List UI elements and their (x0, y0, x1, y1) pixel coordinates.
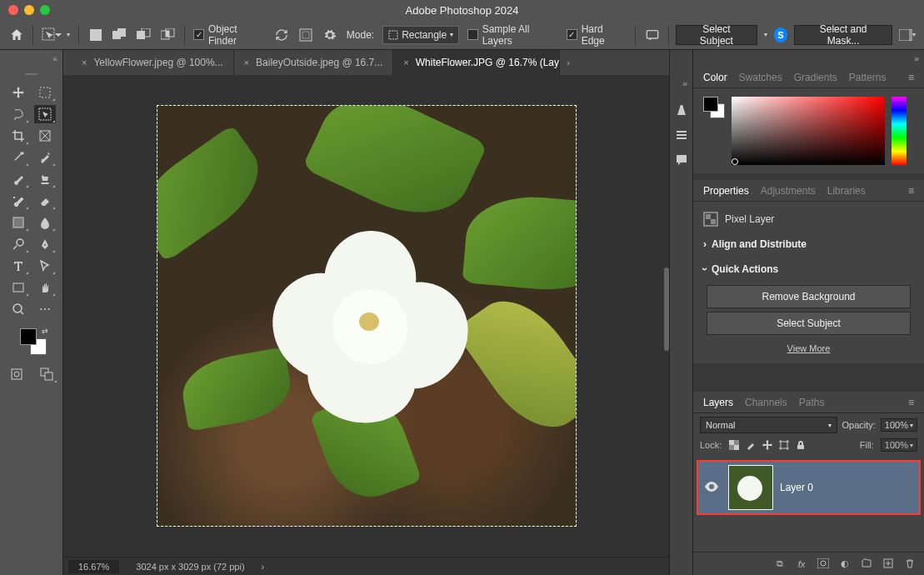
eraser-tool-icon[interactable] (34, 192, 56, 210)
edit-toolbar-icon[interactable]: ⋯ (34, 300, 56, 318)
comments-panel-icon[interactable] (675, 153, 688, 167)
home-button[interactable] (8, 27, 24, 43)
layer-name[interactable]: Layer 0 (780, 482, 813, 493)
rectangle-shape-tool-icon[interactable] (7, 278, 29, 297)
foreground-background-swatch[interactable]: ⇄ (15, 327, 48, 357)
marquee-tool-icon[interactable] (34, 83, 56, 102)
healing-brush-tool-icon[interactable] (34, 148, 56, 167)
frame-tool-icon[interactable] (34, 127, 56, 145)
panel-toggle-icon[interactable]: ▾ (899, 27, 916, 43)
object-finder-checkbox[interactable]: Object Finder (193, 23, 265, 47)
brush-tool-icon[interactable] (7, 170, 29, 188)
subtract-selection-icon[interactable] (136, 27, 152, 43)
tools-collapse-icon[interactable]: « (52, 53, 57, 63)
gradient-tool-icon[interactable] (7, 213, 29, 232)
hue-slider[interactable] (892, 97, 907, 165)
blend-mode-select[interactable]: Normal ▾ (700, 417, 837, 433)
remove-background-button[interactable]: Remove Background (707, 285, 911, 308)
blur-tool-icon[interactable] (34, 213, 56, 232)
color-field[interactable] (732, 97, 885, 165)
swap-colors-icon[interactable]: ⇄ (42, 327, 48, 335)
panel-menu-icon[interactable]: ≡ (908, 72, 914, 83)
move-tool-icon[interactable] (7, 83, 29, 102)
tab-overflow-icon[interactable]: › (560, 50, 577, 75)
lock-transparency-icon[interactable] (728, 439, 740, 451)
view-more-link[interactable]: View More (693, 338, 924, 358)
select-subject-button-panel[interactable]: Select Subject (707, 312, 911, 335)
dodge-tool-icon[interactable] (7, 235, 29, 253)
close-tab-icon[interactable]: × (403, 58, 408, 68)
object-selection-tool-icon[interactable] (34, 105, 56, 123)
zoom-tool-icon[interactable] (7, 300, 29, 318)
group-layers-icon[interactable] (861, 558, 872, 570)
color-swatch-pair[interactable] (703, 97, 725, 118)
canvas-document[interactable] (157, 105, 577, 527)
select-and-mask-button[interactable]: Select and Mask... (794, 25, 892, 45)
canvas-viewport[interactable] (63, 75, 669, 557)
select-subject-dropdown-icon[interactable]: ▾ (764, 31, 767, 38)
mode-select[interactable]: Rectangle ▾ (382, 26, 459, 44)
foreground-color-swatch[interactable] (20, 328, 37, 345)
new-layer-icon[interactable] (882, 558, 894, 570)
tool-preset-picker[interactable]: ▾ (42, 27, 70, 43)
hard-edge-checkbox[interactable]: Hard Edge (567, 23, 627, 47)
panel-menu-icon[interactable]: ≡ (908, 397, 914, 408)
document-dimensions[interactable]: 3024 px x 3029 px (72 ppi) (136, 562, 244, 572)
settings-gear-icon[interactable] (322, 27, 338, 43)
visibility-eye-icon[interactable] (705, 482, 718, 493)
tab-white-flower[interactable]: × WhiteFlower.JPG @ 16.7% (Layer 0, RGB/… (393, 50, 560, 75)
tab-color[interactable]: Color (703, 72, 727, 83)
layer-thumbnail[interactable] (728, 465, 773, 510)
clone-stamp-tool-icon[interactable] (34, 170, 56, 188)
tab-patterns[interactable]: Patterns (849, 72, 887, 83)
layer-row[interactable]: Layer 0 (697, 460, 921, 515)
select-subject-button[interactable]: Select Subject (676, 25, 757, 45)
add-selection-icon[interactable] (112, 27, 127, 43)
window-maximize-button[interactable] (40, 5, 50, 15)
lock-artboard-icon[interactable] (778, 439, 790, 451)
pen-tool-icon[interactable] (34, 235, 56, 253)
panels-collapse-icon[interactable]: » (914, 53, 919, 63)
lock-all-icon[interactable] (795, 439, 807, 451)
tab-swatches[interactable]: Swatches (739, 72, 782, 83)
link-layers-icon[interactable]: ⧉ (774, 558, 786, 569)
strip-collapse-icon[interactable]: » (682, 78, 687, 88)
tab-channels[interactable]: Channels (745, 397, 787, 408)
tab-properties[interactable]: Properties (703, 185, 749, 197)
quick-mask-icon[interactable] (6, 365, 27, 383)
lock-position-icon[interactable] (762, 439, 773, 451)
history-panel-icon[interactable] (675, 128, 688, 142)
fill-input[interactable]: 100%▾ (881, 438, 917, 452)
tab-adjustments[interactable]: Adjustments (761, 185, 816, 197)
tab-paths[interactable]: Paths (799, 397, 825, 408)
layer-fx-icon[interactable]: fx (796, 559, 807, 569)
path-selection-tool-icon[interactable] (34, 257, 56, 275)
brushes-panel-icon[interactable] (675, 103, 688, 117)
crop-tool-icon[interactable] (7, 127, 29, 145)
tab-bailey-outside[interactable]: × BaileyOutside.jpeg @ 16.7... (234, 50, 394, 75)
screen-mode-icon[interactable] (36, 365, 57, 383)
refresh-icon[interactable] (273, 27, 289, 43)
history-brush-tool-icon[interactable] (7, 192, 29, 210)
layer-mask-icon[interactable] (817, 558, 829, 570)
overlay-options-icon[interactable] (298, 27, 314, 43)
adjustment-layer-icon[interactable]: ◐ (839, 558, 851, 569)
panel-menu-icon[interactable]: ≡ (908, 185, 914, 197)
type-tool-icon[interactable] (7, 257, 29, 275)
feedback-icon[interactable] (644, 27, 660, 43)
align-accordion[interactable]: › Align and Distribute (693, 232, 924, 257)
hand-tool-icon[interactable] (34, 278, 56, 297)
delete-layer-icon[interactable] (904, 558, 916, 570)
quick-actions-accordion[interactable]: › Quick Actions (693, 257, 924, 282)
zoom-level[interactable]: 16.67% (68, 560, 119, 573)
tools-drag-handle[interactable]: ┅┅┅ (25, 67, 37, 82)
sample-all-layers-checkbox[interactable]: Sample All Layers (467, 23, 558, 47)
intersect-selection-icon[interactable] (160, 27, 176, 43)
close-tab-icon[interactable]: × (244, 58, 249, 68)
tab-libraries[interactable]: Libraries (827, 185, 866, 197)
contextual-badge[interactable]: S (774, 28, 788, 42)
window-minimize-button[interactable] (24, 5, 34, 15)
window-close-button[interactable] (8, 5, 18, 15)
lock-pixels-icon[interactable] (745, 439, 757, 451)
tab-layers[interactable]: Layers (703, 397, 733, 408)
